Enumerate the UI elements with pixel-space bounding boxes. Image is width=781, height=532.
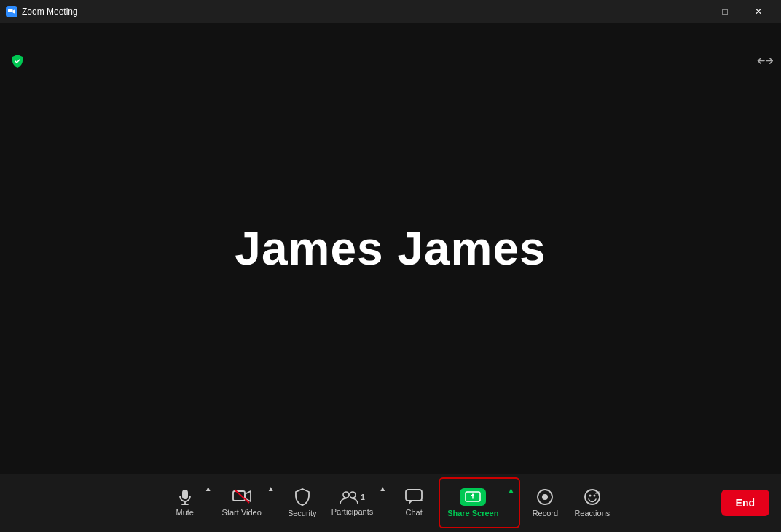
share-screen-chevron[interactable]: ▲ [506, 479, 519, 527]
mute-chevron-icon: ▲ [205, 485, 212, 493]
participants-chevron-icon: ▲ [379, 485, 386, 493]
reactions-button[interactable]: Reactions [570, 477, 614, 528]
participants-icon [340, 490, 358, 504]
expand-icon[interactable] [754, 52, 774, 72]
start-video-button[interactable]: Start Video [218, 477, 266, 528]
participants-button[interactable]: 1 Participants [327, 477, 377, 528]
security-label: Security [288, 509, 317, 517]
participants-chevron[interactable]: ▲ [377, 477, 389, 528]
chat-icon [405, 489, 423, 505]
mute-group: Mute ▲ [167, 477, 215, 528]
start-video-chevron[interactable]: ▲ [266, 477, 278, 528]
record-icon [536, 488, 554, 506]
toolbar: Mute ▲ Start Video ▲ Security [0, 474, 781, 532]
svg-rect-1 [182, 490, 188, 499]
security-icon [294, 488, 310, 506]
video-icon [232, 489, 251, 505]
chat-button[interactable]: Chat [392, 477, 436, 528]
svg-point-13 [589, 495, 591, 497]
security-button[interactable]: Security [280, 477, 324, 528]
share-screen-button[interactable]: Share Screen [440, 479, 506, 527]
share-screen-label: Share Screen [447, 509, 498, 517]
close-button[interactable]: ✕ [742, 0, 775, 23]
participants-label: Participants [331, 507, 373, 516]
video-chevron-icon: ▲ [267, 485, 275, 493]
record-button[interactable]: Record [523, 477, 567, 528]
mute-button[interactable]: Mute [167, 477, 203, 528]
chat-label: Chat [406, 508, 423, 517]
security-badge [10, 54, 25, 73]
minimize-button[interactable]: ─ [675, 0, 708, 23]
mute-chevron[interactable]: ▲ [203, 477, 215, 528]
svg-point-14 [593, 495, 595, 497]
participants-group: 1 Participants ▲ [327, 477, 389, 528]
restore-button[interactable]: □ [708, 0, 742, 23]
zoom-logo-icon [6, 6, 17, 17]
participant-name-display: James James [235, 222, 546, 275]
svg-point-7 [350, 492, 356, 498]
share-screen-wrapper: Share Screen ▲ [439, 477, 520, 528]
participants-icon-area: 1 [340, 490, 365, 504]
title-bar-left: Zoom Meeting [6, 6, 78, 17]
svg-point-6 [343, 492, 349, 498]
main-meeting-area: James James [0, 23, 781, 474]
reactions-label: Reactions [574, 509, 610, 517]
svg-rect-8 [406, 490, 422, 501]
title-bar: Zoom Meeting ─ □ ✕ [0, 0, 781, 23]
start-video-group: Start Video ▲ [218, 477, 278, 528]
title-bar-controls: ─ □ ✕ [675, 0, 775, 23]
record-label: Record [533, 509, 558, 517]
reactions-icon [584, 488, 601, 506]
end-button[interactable]: End [721, 490, 769, 516]
share-screen-icon [460, 488, 486, 506]
svg-point-11 [542, 494, 548, 500]
start-video-label: Start Video [222, 508, 262, 517]
svg-rect-4 [233, 491, 245, 501]
title-text: Zoom Meeting [22, 7, 78, 17]
mute-label: Mute [176, 508, 193, 517]
share-chevron-icon: ▲ [507, 486, 514, 494]
mic-icon [177, 489, 193, 505]
shield-check-icon [10, 54, 25, 72]
participant-count: 1 [361, 493, 365, 501]
